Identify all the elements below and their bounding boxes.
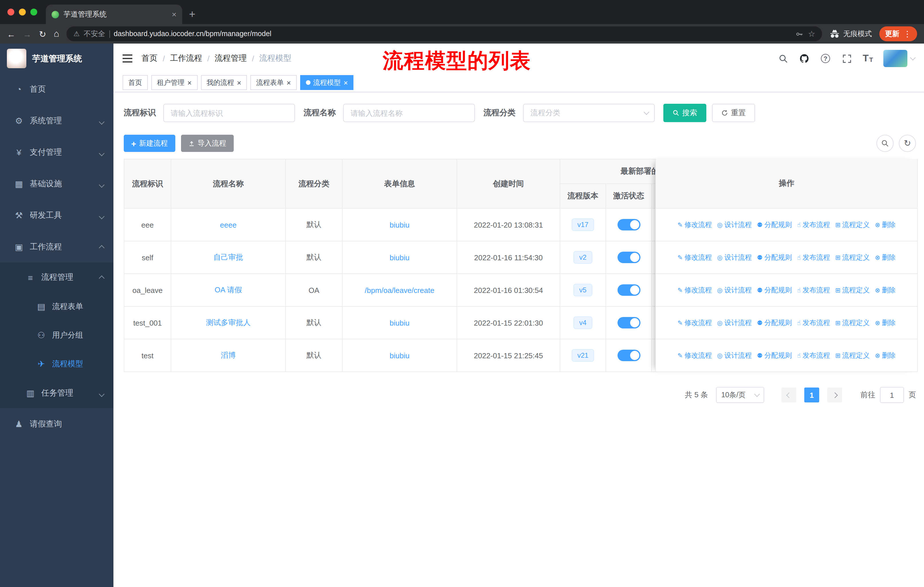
form-link[interactable]: biubiu	[389, 351, 409, 360]
browser-tab[interactable]: 芋道管理系统	[46, 5, 182, 24]
process-name-link[interactable]: 滔博	[221, 351, 236, 359]
window-minimize-button[interactable]	[19, 8, 26, 15]
font-size-icon[interactable]	[862, 53, 874, 64]
sidebar-collapse-icon[interactable]	[122, 55, 132, 63]
password-key-icon[interactable]	[795, 30, 804, 38]
action-publish[interactable]: ☝发布流程	[797, 351, 830, 360]
action-publish[interactable]: ☝发布流程	[797, 220, 830, 230]
process-name-link[interactable]: 自己审批	[213, 253, 243, 261]
action-edit[interactable]: ✎修改流程	[677, 220, 712, 230]
action-design[interactable]: ◎设计流程	[717, 351, 752, 360]
process-name-link[interactable]: eeee	[220, 220, 237, 229]
sidebar-item-process-model[interactable]: ✈ 流程模型	[0, 350, 114, 378]
tag-tenant-mgmt[interactable]: 租户管理	[151, 75, 197, 90]
sidebar-item-system-mgmt[interactable]: ⚙ 系统管理	[0, 105, 114, 136]
new-tab-button[interactable]	[189, 8, 195, 21]
sidebar-item-task-mgmt[interactable]: ▥ 任务管理	[0, 378, 114, 408]
process-category-select[interactable]: 流程分类	[523, 104, 655, 122]
action-design[interactable]: ◎设计流程	[717, 253, 752, 262]
process-key-input[interactable]	[163, 104, 295, 122]
action-assign-rule[interactable]: ⚉分配规则	[757, 220, 792, 230]
breadcrumb-workflow[interactable]: 工作流程	[170, 53, 202, 64]
version-badge[interactable]: v5	[573, 284, 592, 296]
form-link[interactable]: biubiu	[389, 220, 409, 229]
tag-home[interactable]: 首页	[122, 75, 148, 90]
version-badge[interactable]: v4	[573, 316, 592, 329]
sidebar-item-infrastructure[interactable]: ▦ 基础设施	[0, 168, 114, 200]
sidebar-item-home[interactable]: ◔ 首页	[0, 73, 114, 105]
search-button[interactable]: 搜索	[663, 104, 706, 122]
version-badge[interactable]: v17	[572, 218, 594, 231]
action-definition[interactable]: ⊞流程定义	[835, 351, 870, 360]
action-edit[interactable]: ✎修改流程	[677, 351, 712, 360]
create-process-button[interactable]: 新建流程	[124, 135, 175, 152]
security-label[interactable]: 不安全	[84, 29, 105, 39]
active-toggle[interactable]	[617, 317, 640, 329]
import-process-button[interactable]: 导入流程	[181, 135, 234, 152]
search-icon[interactable]	[777, 53, 789, 64]
back-icon[interactable]	[7, 30, 15, 38]
action-edit[interactable]: ✎修改流程	[677, 253, 712, 262]
process-name-link[interactable]: OA 请假	[214, 286, 242, 294]
close-icon[interactable]	[286, 79, 291, 86]
action-publish[interactable]: ☝发布流程	[797, 285, 830, 295]
action-publish[interactable]: ☝发布流程	[797, 318, 830, 327]
github-icon[interactable]	[799, 53, 810, 64]
forward-icon[interactable]	[23, 30, 31, 38]
tag-process-model[interactable]: 流程模型	[300, 75, 354, 90]
close-icon[interactable]	[237, 79, 241, 86]
action-definition[interactable]: ⊞流程定义	[835, 318, 870, 327]
action-definition[interactable]: ⊞流程定义	[835, 220, 870, 230]
sidebar-item-payment-mgmt[interactable]: ¥ 支付管理	[0, 136, 114, 168]
active-toggle[interactable]	[617, 350, 640, 361]
user-menu[interactable]	[883, 50, 915, 67]
action-delete[interactable]: ⊗删除	[875, 253, 895, 262]
sidebar-item-leave-query[interactable]: ♟ 请假查询	[0, 408, 114, 440]
action-definition[interactable]: ⊞流程定义	[835, 253, 870, 262]
current-page[interactable]: 1	[804, 387, 819, 402]
process-name-link[interactable]: 测试多审批人	[206, 318, 251, 327]
sidebar-item-dev-tools[interactable]: ⚒ 研发工具	[0, 200, 114, 231]
refresh-button[interactable]	[899, 135, 916, 152]
form-link[interactable]: biubiu	[389, 253, 409, 262]
page-size-select[interactable]: 10条/页	[716, 387, 764, 403]
next-page-button[interactable]	[827, 387, 842, 402]
goto-page-input[interactable]	[880, 387, 904, 403]
action-delete[interactable]: ⊗删除	[875, 351, 895, 360]
breadcrumb-home[interactable]: 首页	[142, 53, 158, 64]
fullscreen-icon[interactable]	[841, 53, 852, 64]
active-toggle[interactable]	[617, 219, 640, 230]
url-text[interactable]: dashboard.yudao.iocoder.cn/bpm/manager/m…	[114, 30, 271, 38]
window-close-button[interactable]	[7, 8, 14, 15]
action-assign-rule[interactable]: ⚉分配规则	[757, 318, 792, 327]
process-name-input[interactable]	[343, 104, 475, 122]
close-icon[interactable]	[187, 79, 191, 86]
action-assign-rule[interactable]: ⚉分配规则	[757, 285, 792, 295]
toggle-search-button[interactable]	[876, 135, 894, 152]
action-design[interactable]: ◎设计流程	[717, 220, 752, 230]
form-link[interactable]: /bpm/oa/leave/create	[365, 286, 434, 294]
action-edit[interactable]: ✎修改流程	[677, 285, 712, 295]
action-delete[interactable]: ⊗删除	[875, 220, 895, 230]
action-definition[interactable]: ⊞流程定义	[835, 285, 870, 295]
action-assign-rule[interactable]: ⚉分配规则	[757, 351, 792, 360]
browser-menu-icon[interactable]	[903, 29, 911, 38]
reset-button[interactable]: 重置	[712, 104, 755, 122]
action-delete[interactable]: ⊗删除	[875, 318, 895, 327]
prev-page-button[interactable]	[781, 387, 796, 402]
version-badge[interactable]: v21	[572, 349, 594, 362]
home-icon[interactable]	[54, 29, 59, 38]
close-icon[interactable]	[344, 79, 348, 86]
bookmark-star-icon[interactable]	[808, 29, 815, 38]
action-design[interactable]: ◎设计流程	[717, 318, 752, 327]
form-link[interactable]: biubiu	[389, 318, 409, 327]
tag-my-process[interactable]: 我的流程	[201, 75, 247, 90]
browser-update-button[interactable]: 更新	[879, 26, 917, 41]
help-icon[interactable]	[820, 53, 831, 64]
sidebar-item-user-group[interactable]: ⚇ 用户分组	[0, 321, 114, 350]
reload-icon[interactable]	[39, 30, 46, 38]
sidebar-item-process-form[interactable]: ▤ 流程表单	[0, 293, 114, 321]
window-zoom-button[interactable]	[30, 8, 37, 15]
tab-close-icon[interactable]	[172, 10, 177, 19]
active-toggle[interactable]	[617, 284, 640, 296]
